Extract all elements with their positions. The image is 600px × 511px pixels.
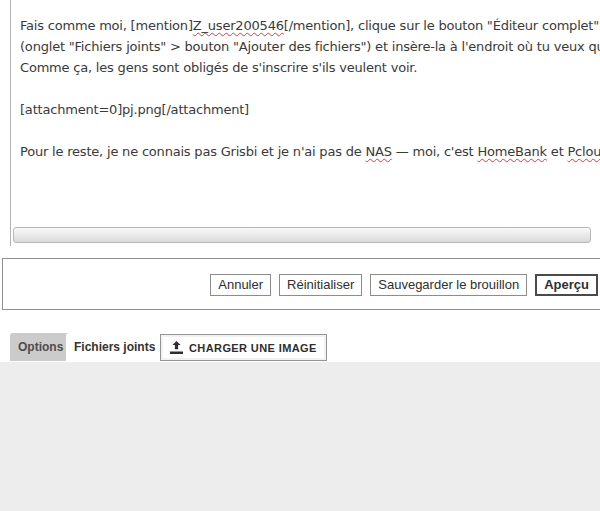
tab-fichiers-joints[interactable]: Fichiers joints — [66, 333, 163, 361]
editor-resize-handle[interactable] — [13, 227, 591, 243]
action-buttons: Annuler Réinitialiser Sauvegarder le bro… — [210, 274, 598, 296]
upload-image-label: CHARGER UNE IMAGE — [189, 342, 317, 354]
upload-image-button[interactable]: CHARGER UNE IMAGE — [160, 334, 327, 361]
cancel-button[interactable]: Annuler — [210, 274, 271, 296]
message-textarea[interactable]: Fais comme moi, [mention]Z_user200546[/m… — [10, 0, 600, 246]
message-textarea-content[interactable]: Fais comme moi, [mention]Z_user200546[/m… — [11, 0, 600, 162]
attachments-panel: Si vous souhaitez joindre un ou plusieur… — [0, 362, 600, 511]
post-editor-screen: Fais comme moi, [mention]Z_user200546[/m… — [0, 0, 600, 511]
upload-icon — [170, 341, 183, 354]
reset-button[interactable]: Réinitialiser — [279, 274, 362, 296]
preview-button[interactable]: Aperçu — [535, 274, 598, 296]
save-draft-button[interactable]: Sauvegarder le brouillon — [370, 274, 527, 296]
tab-options[interactable]: Options — [10, 333, 71, 361]
